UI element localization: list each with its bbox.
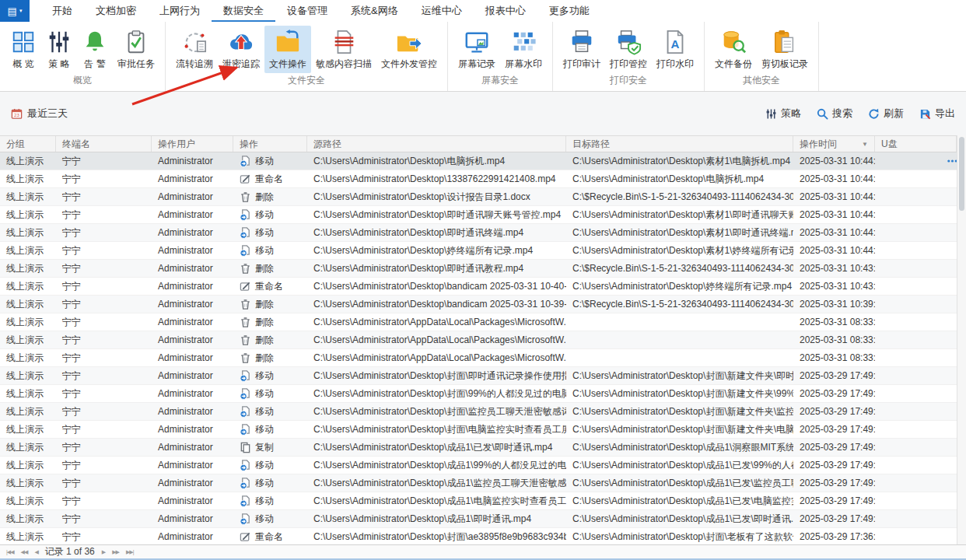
cell-time: 2025-03-31 10:44:20: [793, 224, 875, 241]
pager-next-2[interactable]: ▶▶: [112, 549, 119, 555]
toolbar-button-refresh[interactable]: 刷新: [868, 107, 904, 121]
column-header-user[interactable]: 操作用户: [152, 136, 233, 152]
table-row[interactable]: 线上演示宁宁Administrator移动C:\Users\Administra…: [0, 385, 966, 403]
pager-next-1[interactable]: ▶: [102, 549, 105, 555]
column-header-terminal[interactable]: 终端名: [56, 136, 152, 152]
ribbon-button-file-backup[interactable]: 文件备份: [710, 26, 757, 73]
column-header-usb[interactable]: U盘: [875, 136, 957, 152]
file-backup-icon: [720, 29, 747, 55]
ribbon-button-print-control[interactable]: 打印管控: [605, 26, 652, 73]
pager-record-label: 记录 1 of 36: [45, 545, 95, 558]
table-row[interactable]: 线上演示宁宁Administrator删除C:\Users\Administra…: [0, 313, 966, 331]
menu-tab-1[interactable]: 开始: [40, 0, 84, 22]
menu-tab-4[interactable]: 数据安全: [212, 0, 275, 22]
menubar: ▤ ▾ 开始文档加密上网行为数据安全设备管理系统&网络运维中心报表中心更多功能: [0, 0, 966, 22]
date-range-filter[interactable]: 最近三天: [11, 107, 68, 121]
column-header-time[interactable]: 操作时间▼: [793, 136, 875, 152]
table-row[interactable]: 线上演示宁宁Administrator移动C:\Users\Administra…: [0, 421, 966, 439]
cell-terminal: 宁宁: [56, 296, 152, 313]
table-row[interactable]: 线上演示宁宁Administrator移动C:\Users\Administra…: [0, 152, 966, 170]
table-row[interactable]: 线上演示宁宁Administrator移动C:\Users\Administra…: [0, 510, 966, 528]
ribbon-button-content-scan[interactable]: 敏感内容扫描: [311, 26, 376, 73]
column-header-dst[interactable]: 目标路径: [566, 136, 793, 152]
menu-tab-6[interactable]: 系统&网络: [339, 0, 410, 22]
app-menu-button[interactable]: ▤ ▾: [0, 0, 30, 22]
toolbar-button-search[interactable]: 搜索: [817, 107, 852, 121]
cell-time: 2025-03-31 10:44:20: [793, 206, 875, 223]
ribbon-button-leak-trace[interactable]: 泄密追踪: [218, 26, 264, 73]
menu-tab-5[interactable]: 设备管理: [275, 0, 339, 22]
pager-prev-3[interactable]: ◀: [34, 549, 37, 555]
table-row[interactable]: 线上演示宁宁Administrator重命名C:\Users\Administr…: [0, 528, 966, 544]
table-row[interactable]: 线上演示宁宁Administrator删除C:\Users\Administra…: [0, 349, 966, 367]
table-row[interactable]: 线上演示宁宁Administrator移动C:\Users\Administra…: [0, 403, 966, 421]
ribbon-button-overview[interactable]: 概 览: [5, 26, 41, 73]
cell-usb: [875, 367, 957, 384]
ribbon-button-file-outgoing-control[interactable]: 文件外发管控: [376, 26, 442, 73]
search-icon: [817, 108, 828, 120]
toolbar-button-export[interactable]: 导出: [919, 107, 955, 121]
column-header-src[interactable]: 源路径: [307, 136, 566, 152]
table-row[interactable]: 线上演示宁宁Administrator移动C:\Users\Administra…: [0, 474, 966, 492]
table-row[interactable]: 线上演示宁宁Administrator移动C:\Users\Administra…: [0, 242, 966, 260]
table-row[interactable]: 线上演示宁宁Administrator删除C:\Users\Administra…: [0, 188, 966, 206]
menu-tab-7[interactable]: 运维中心: [410, 0, 474, 22]
ribbon-button-policy[interactable]: 策 略: [41, 26, 77, 73]
menu-tab-9[interactable]: 更多功能: [537, 0, 601, 22]
vertical-scrollbar[interactable]: [957, 135, 966, 544]
table-row[interactable]: 线上演示宁宁Administrator移动C:\Users\Administra…: [0, 224, 966, 242]
menu-tab-2[interactable]: 文档加密: [84, 0, 148, 22]
cell-user: Administrator: [152, 188, 233, 205]
pager-prev-2[interactable]: ◀◀: [21, 549, 28, 555]
cell-source-path: C:\Users\Administrator\Desktop\电脑拆机.mp4: [307, 152, 566, 170]
move-icon: [240, 227, 251, 239]
ribbon-button-label: 流转追溯: [176, 58, 213, 71]
ribbon-button-screen-record[interactable]: 屏幕记录: [453, 26, 500, 73]
table-row[interactable]: 线上演示宁宁Administrator复制C:\Users\Administra…: [0, 439, 966, 457]
table-row[interactable]: 线上演示宁宁Administrator删除C:\Users\Administra…: [0, 260, 966, 278]
column-header-group[interactable]: 分组: [0, 136, 56, 152]
cell-terminal: 宁宁: [56, 313, 152, 331]
menu-tab-3[interactable]: 上网行为: [148, 0, 212, 22]
table-row[interactable]: 线上演示宁宁Administrator重命名C:\Users\Administr…: [0, 170, 966, 188]
ribbon-button-file-operations[interactable]: 文件操作: [264, 26, 311, 73]
sort-down-icon[interactable]: ▼: [862, 141, 868, 148]
cell-user: Administrator: [152, 474, 233, 492]
cell-terminal: 宁宁: [56, 260, 152, 277]
screen-watermark-icon: [510, 29, 537, 55]
table-row[interactable]: 线上演示宁宁Administrator移动C:\Users\Administra…: [0, 457, 966, 474]
cell-user: Administrator: [152, 421, 233, 438]
cell-terminal: 宁宁: [56, 206, 152, 223]
cell-terminal: 宁宁: [56, 403, 152, 420]
ribbon-button-print-watermark[interactable]: 打印水印: [652, 26, 698, 73]
cell-usb: [875, 206, 957, 223]
pager-next-3[interactable]: ▶▶|: [126, 549, 134, 555]
move-icon: [240, 424, 251, 436]
table-row[interactable]: 线上演示宁宁Administrator移动C:\Users\Administra…: [0, 206, 966, 224]
ribbon-button-flow-trace[interactable]: 流转追溯: [171, 26, 218, 73]
scrollbar-thumb[interactable]: [959, 137, 964, 211]
cell-usb: [875, 403, 957, 420]
menu-tab-8[interactable]: 报表中心: [474, 0, 537, 22]
table-row[interactable]: 线上演示宁宁Administrator移动C:\Users\Administra…: [0, 492, 966, 510]
toolbar-button-policy[interactable]: 策略: [765, 107, 801, 121]
cell-group: 线上演示: [0, 457, 56, 474]
cell-operation: 移动: [233, 242, 307, 259]
ribbon-button-approval-tasks[interactable]: 审批任务: [113, 26, 159, 73]
ribbon-button-clipboard-record[interactable]: 剪切板记录: [757, 26, 813, 73]
ribbon-group: 文件备份剪切板记录其他安全: [705, 22, 819, 91]
column-header-op[interactable]: 操作: [233, 136, 307, 152]
pager-prev-1[interactable]: |◀◀: [6, 549, 14, 555]
cell-source-path: C:\Users\Administrator\Desktop\设计报告目录1.d…: [307, 188, 566, 205]
table-row[interactable]: 线上演示宁宁Administrator重命名C:\Users\Administr…: [0, 278, 966, 296]
ribbon-button-print-audit[interactable]: 打印审计: [558, 26, 605, 73]
table-row[interactable]: 线上演示宁宁Administrator删除C:\Users\Administra…: [0, 331, 966, 349]
toolbar-actions: 策略搜索刷新导出: [765, 107, 955, 121]
cell-user: Administrator: [152, 206, 233, 223]
ribbon-button-screen-watermark[interactable]: 屏幕水印: [500, 26, 547, 73]
ribbon-button-label: 概 览: [12, 58, 33, 71]
ribbon-button-alert[interactable]: 告 警: [77, 26, 113, 73]
cell-user: Administrator: [152, 260, 233, 277]
table-row[interactable]: 线上演示宁宁Administrator删除C:\Users\Administra…: [0, 296, 966, 313]
table-row[interactable]: 线上演示宁宁Administrator移动C:\Users\Administra…: [0, 367, 966, 385]
